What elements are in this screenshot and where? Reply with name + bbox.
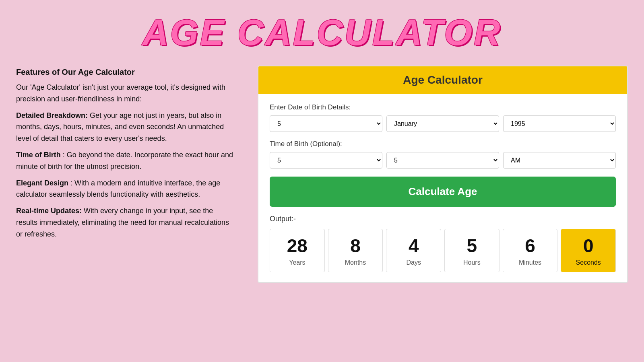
feature-breakdown-label: Detailed Breakdown: bbox=[16, 111, 88, 119]
output-seconds: 0 Seconds bbox=[561, 229, 616, 272]
hours-value: 5 bbox=[449, 237, 495, 255]
calculator-header: Age Calculator bbox=[258, 66, 627, 94]
year-select[interactable]: 1990199119921993 199419951996 1997199819… bbox=[503, 115, 616, 132]
seconds-value: 0 bbox=[565, 237, 611, 255]
features-title: Features of Our Age Calculator bbox=[16, 66, 233, 78]
years-unit: Years bbox=[289, 259, 305, 266]
calculator-title: Age Calculator bbox=[266, 74, 620, 86]
hour-select[interactable]: 1234 5678 9101112 bbox=[270, 152, 382, 169]
tob-row: 1234 5678 9101112 0123 4567 8910 AMPM bbox=[270, 152, 616, 169]
minutes-value: 6 bbox=[507, 237, 553, 255]
output-days: 4 Days bbox=[386, 229, 441, 272]
calculate-button[interactable]: Calculate Age bbox=[270, 177, 616, 207]
minute-select[interactable]: 0123 4567 8910 bbox=[386, 152, 499, 169]
feature-breakdown: Detailed Breakdown: Get your age not jus… bbox=[16, 110, 233, 144]
months-value: 8 bbox=[332, 237, 379, 255]
calculator-body: Enter Date of Birth Details: 1234 5678 9… bbox=[258, 94, 627, 282]
days-unit: Days bbox=[406, 259, 421, 266]
output-row: 28 Years 8 Months 4 Days 5 Hours 6 Min bbox=[270, 229, 616, 272]
output-years: 28 Years bbox=[270, 229, 325, 272]
dob-label: Enter Date of Birth Details: bbox=[270, 103, 616, 111]
tob-label: Time of Birth (Optional): bbox=[270, 140, 616, 148]
day-select[interactable]: 1234 5678 9101112 13141516 17181920 2122… bbox=[270, 115, 382, 132]
feature-realtime-label: Real-time Updates: bbox=[16, 207, 82, 215]
minutes-unit: Minutes bbox=[519, 259, 541, 266]
page-header: AGE CALCULATOR bbox=[0, 0, 644, 62]
page-title: AGE CALCULATOR bbox=[8, 12, 636, 53]
ampm-select[interactable]: AMPM bbox=[503, 152, 616, 169]
seconds-unit: Seconds bbox=[576, 259, 601, 266]
hours-unit: Hours bbox=[463, 259, 481, 266]
days-value: 4 bbox=[390, 237, 437, 255]
feature-tob-label: Time of Birth bbox=[16, 151, 61, 159]
output-hours: 5 Hours bbox=[444, 229, 500, 272]
feature-realtime: Real-time Updates: With every change in … bbox=[16, 205, 233, 240]
feature-design: Elegant Design : With a modern and intui… bbox=[16, 177, 233, 201]
output-minutes: 6 Minutes bbox=[503, 229, 558, 272]
month-select[interactable]: JanuaryFebruaryMarch AprilMayJune JulyAu… bbox=[386, 115, 499, 132]
dob-row: 1234 5678 9101112 13141516 17181920 2122… bbox=[270, 115, 616, 132]
features-panel: Features of Our Age Calculator Our 'Age … bbox=[16, 66, 233, 245]
calculator-panel: Age Calculator Enter Date of Birth Detai… bbox=[258, 66, 628, 283]
output-label: Output:- bbox=[270, 215, 616, 223]
years-value: 28 bbox=[274, 237, 320, 255]
feature-tob: Time of Birth : Go beyond the date. Inco… bbox=[16, 149, 233, 173]
main-content: Features of Our Age Calculator Our 'Age … bbox=[0, 62, 644, 291]
output-months: 8 Months bbox=[328, 229, 383, 272]
features-intro: Our 'Age Calculator' isn't just your ave… bbox=[16, 82, 233, 105]
months-unit: Months bbox=[345, 259, 366, 266]
feature-design-label: Elegant Design bbox=[16, 179, 68, 187]
